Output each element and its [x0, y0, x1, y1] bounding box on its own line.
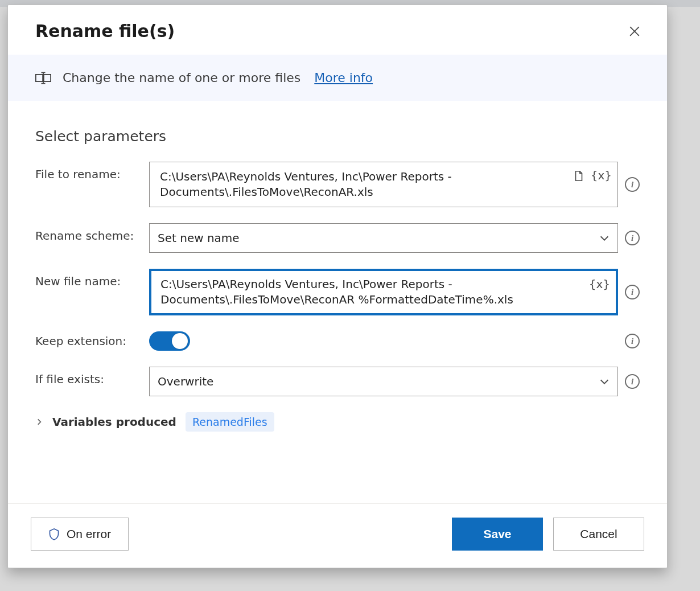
close-icon — [628, 25, 641, 38]
select-rename-scheme-value: Set new name — [158, 231, 240, 246]
row-new-file-name: New file name: C:\Users\PA\Reynolds Vent… — [35, 269, 640, 315]
select-if-file-exists-value: Overwrite — [158, 374, 213, 389]
svg-rect-3 — [44, 74, 51, 81]
dialog-header: Rename file(s) — [8, 5, 667, 55]
row-if-file-exists: If file exists: Overwrite i — [35, 367, 640, 396]
dialog-title: Rename file(s) — [35, 21, 175, 41]
dialog-body: Select parameters File to rename: C:\Use… — [8, 101, 667, 503]
rename-icon — [35, 72, 51, 84]
info-button-new-file-name[interactable]: i — [625, 285, 640, 299]
info-button-rename-scheme[interactable]: i — [625, 231, 640, 245]
chevron-right-icon — [35, 418, 43, 426]
info-button-file-to-rename[interactable]: i — [625, 177, 640, 192]
input-file-to-rename-value: C:\Users\PA\Reynolds Ventures, Inc\Power… — [160, 169, 566, 200]
file-picker-icon[interactable] — [573, 170, 585, 182]
label-rename-scheme: Rename scheme: — [35, 223, 138, 243]
variables-produced-label: Variables produced — [52, 415, 176, 429]
svg-rect-2 — [36, 74, 43, 81]
label-if-file-exists: If file exists: — [35, 367, 138, 386]
save-button[interactable]: Save — [452, 518, 543, 551]
input-file-to-rename[interactable]: C:\Users\PA\Reynolds Ventures, Inc\Power… — [149, 162, 618, 207]
select-if-file-exists[interactable]: Overwrite — [149, 367, 618, 396]
shield-icon — [48, 528, 60, 540]
label-new-file-name: New file name: — [35, 269, 138, 288]
variables-produced-row[interactable]: Variables produced RenamedFiles — [35, 412, 640, 432]
info-button-keep-extension[interactable]: i — [625, 334, 640, 348]
variable-chip-renamedfiles[interactable]: RenamedFiles — [186, 412, 274, 432]
rename-files-dialog: Rename file(s) Change the name of one or… — [7, 5, 668, 568]
save-label: Save — [483, 527, 511, 541]
chevron-down-icon — [598, 375, 611, 388]
section-title: Select parameters — [35, 128, 640, 145]
more-info-link[interactable]: More info — [314, 71, 373, 85]
chevron-down-icon — [598, 232, 611, 244]
select-rename-scheme[interactable]: Set new name — [149, 223, 618, 253]
toggle-knob — [172, 333, 188, 349]
info-button-if-file-exists[interactable]: i — [625, 374, 640, 389]
close-button[interactable] — [625, 22, 644, 41]
row-file-to-rename: File to rename: C:\Users\PA\Reynolds Ven… — [35, 162, 640, 207]
cancel-label: Cancel — [580, 527, 617, 541]
on-error-button[interactable]: On error — [31, 518, 129, 551]
on-error-label: On error — [67, 527, 111, 541]
row-keep-extension: Keep extension: i — [35, 331, 640, 351]
label-keep-extension: Keep extension: — [35, 334, 138, 348]
variable-token-button[interactable]: {x} — [589, 277, 610, 292]
label-file-to-rename: File to rename: — [35, 162, 138, 181]
dialog-footer: On error Save Cancel — [8, 503, 667, 568]
input-new-file-name-value: C:\Users\PA\Reynolds Ventures, Inc\Power… — [160, 277, 565, 307]
dialog-description-text: Change the name of one or more files — [63, 71, 300, 85]
input-new-file-name[interactable]: C:\Users\PA\Reynolds Ventures, Inc\Power… — [149, 269, 618, 315]
row-rename-scheme: Rename scheme: Set new name i — [35, 223, 640, 253]
dialog-description-banner: Change the name of one or more files Mor… — [8, 55, 667, 101]
cancel-button[interactable]: Cancel — [553, 518, 644, 551]
variable-token-button[interactable]: {x} — [591, 168, 612, 183]
toggle-keep-extension[interactable] — [149, 331, 190, 351]
